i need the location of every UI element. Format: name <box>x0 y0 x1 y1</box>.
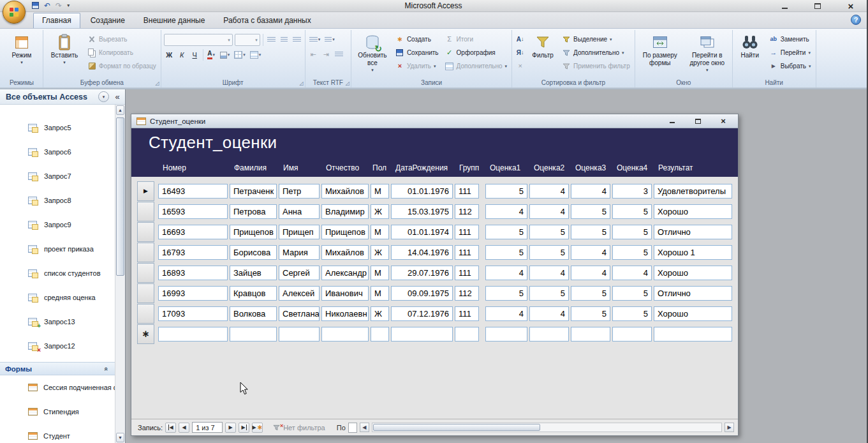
cell[interactable]: 112 <box>455 286 479 301</box>
cell[interactable]: 111 <box>455 225 479 239</box>
switch-windows-button[interactable]: Перейти в другое окно ▾ <box>685 31 730 79</box>
nav-item-srednyaya-ocenka[interactable]: средняя оценка <box>0 285 115 310</box>
cell[interactable]: 4 <box>529 184 569 199</box>
toggle-filter-button[interactable]: Применить фильтр <box>560 60 632 72</box>
cell[interactable]: Ж <box>371 306 389 321</box>
cell[interactable]: 5 <box>612 245 652 260</box>
select-button[interactable]: ▶Выбрать▾ <box>767 60 813 72</box>
record-position-box[interactable]: 1 из 7 <box>192 422 223 433</box>
cell[interactable] <box>654 327 732 342</box>
sort-ascending-button[interactable]: А↓ <box>515 33 526 45</box>
qat-customize-button[interactable]: ▾ <box>67 3 70 8</box>
cell[interactable]: 5 <box>612 286 652 301</box>
cell[interactable]: 4 <box>485 306 527 321</box>
bold-button[interactable]: Ж <box>164 49 175 61</box>
advanced-filter-button[interactable]: Дополнительно▾ <box>560 47 632 59</box>
text-direction-button[interactable] <box>334 49 344 60</box>
cell[interactable]: Борисова <box>230 245 277 260</box>
cell[interactable]: М <box>371 286 389 301</box>
cell[interactable]: 5 <box>571 204 610 219</box>
cell[interactable]: Хорошо <box>654 204 732 219</box>
alternate-fill-button[interactable]: ▾ <box>249 49 263 61</box>
cell[interactable]: 5 <box>485 286 527 301</box>
nav-item-query9[interactable]: Запрос9 <box>0 213 115 237</box>
cell[interactable]: Удовлетворителы <box>654 184 732 199</box>
dialog-launcher-icon[interactable]: ◿ <box>156 81 159 86</box>
cell[interactable]: Александр <box>321 266 369 280</box>
redo-button[interactable]: ↷ <box>55 2 62 10</box>
cell[interactable]: Петр <box>279 184 320 199</box>
cell[interactable]: 16793 <box>158 245 228 260</box>
selection-filter-button[interactable]: Выделение▾ <box>560 33 632 45</box>
cell[interactable]: М <box>371 225 389 239</box>
tab-home[interactable]: Главная <box>33 13 80 28</box>
nav-item-proekt-prikaza[interactable]: проект приказа <box>0 237 115 261</box>
cell[interactable]: Мария <box>279 245 320 260</box>
filter-button[interactable]: Фильтр <box>528 31 557 79</box>
cell[interactable]: М <box>371 266 389 280</box>
cell[interactable]: 111 <box>455 245 479 260</box>
cell[interactable]: 4 <box>571 184 610 199</box>
cell[interactable]: 17093 <box>158 306 228 321</box>
nav-item-spisok-studentov[interactable]: список студентов <box>0 261 115 285</box>
delete-record-button[interactable]: ×Удалить▾ <box>394 60 441 72</box>
cell[interactable]: 16693 <box>158 225 228 239</box>
dialog-launcher-icon[interactable]: ◿ <box>346 81 349 86</box>
row-selector[interactable] <box>137 263 154 283</box>
first-record-button[interactable]: ◀ <box>165 423 176 433</box>
cell[interactable] <box>455 327 479 342</box>
cell[interactable] <box>612 327 652 342</box>
fill-color-button[interactable]: ▾ <box>219 49 232 61</box>
tab-external-data[interactable]: Внешние данные <box>135 13 214 28</box>
cell[interactable]: Михайлов <box>321 245 369 260</box>
forms-group-header[interactable]: Формы « <box>0 362 115 375</box>
cell[interactable]: 16593 <box>158 204 228 219</box>
size-to-fit-form-button[interactable]: По размеру формы <box>638 31 682 79</box>
cell[interactable]: Ж <box>371 245 389 260</box>
cell[interactable]: 5 <box>612 204 652 219</box>
cell[interactable]: 4 <box>529 266 569 280</box>
cell[interactable]: 5 <box>612 225 652 239</box>
cell[interactable]: 4 <box>612 266 652 280</box>
cell[interactable]: Светлана <box>279 306 320 321</box>
cell[interactable]: Хорошо <box>654 306 732 321</box>
cell[interactable]: Сергей <box>279 266 320 280</box>
font-family-select[interactable]: ▾ <box>164 34 233 46</box>
cell[interactable]: Отлично <box>654 286 732 301</box>
collapse-group-icon[interactable]: « <box>103 366 110 370</box>
cell[interactable]: 4 <box>529 306 569 321</box>
cell[interactable]: Николаевн <box>321 306 369 321</box>
save-record-button[interactable]: Сохранить <box>394 47 441 59</box>
cell[interactable]: 5 <box>485 225 527 239</box>
nav-pane-header[interactable]: Все объекты Access ▾ « <box>0 89 125 105</box>
nav-item-query5[interactable]: Запрос5 <box>0 116 115 140</box>
document-title-bar[interactable]: Студент_оценки × <box>131 114 738 128</box>
numbered-list-button[interactable]: ▾ <box>308 34 322 45</box>
dialog-launcher-icon[interactable]: ◿ <box>300 81 304 86</box>
tab-create[interactable]: Создание <box>82 13 133 28</box>
gridlines-button[interactable]: ▾ <box>233 49 247 61</box>
cell[interactable]: 09.09.1975 <box>391 286 453 301</box>
cell[interactable]: 111 <box>455 266 479 280</box>
scroll-up-icon[interactable]: ▲ <box>116 105 124 115</box>
cell[interactable]: 15.03.1975 <box>391 204 453 219</box>
cell[interactable]: Иванович <box>321 286 369 301</box>
paste-button[interactable]: Вставить ▾ <box>46 31 83 79</box>
cell[interactable]: Хорошо <box>654 266 732 280</box>
minimize-button[interactable] <box>779 1 790 10</box>
cell[interactable]: 01.01.1974 <box>391 225 453 239</box>
view-button[interactable]: Режим ▾ <box>3 31 40 79</box>
scroll-down-icon[interactable]: ▼ <box>116 433 124 442</box>
cell[interactable]: 5 <box>571 286 610 301</box>
cell[interactable]: 5 <box>485 184 527 199</box>
previous-record-button[interactable]: ◀ <box>179 423 189 433</box>
cell[interactable]: 4 <box>485 204 527 219</box>
format-painter-button[interactable]: Формат по образцу <box>85 60 158 72</box>
cell[interactable] <box>371 327 389 342</box>
cell[interactable]: 111 <box>455 306 479 321</box>
cell[interactable]: Отлично <box>654 225 732 239</box>
cell[interactable]: Прищеп <box>279 225 320 239</box>
cell[interactable]: Петраченк <box>230 184 277 199</box>
cell[interactable]: 16893 <box>158 266 228 280</box>
underline-button[interactable]: Ч <box>189 49 200 61</box>
